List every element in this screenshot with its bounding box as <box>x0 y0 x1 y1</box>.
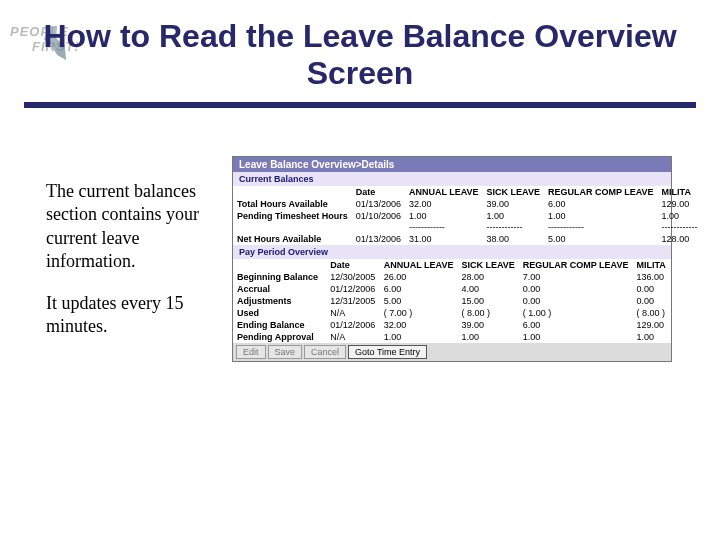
table-row: Used N/A ( 7.00 ) ( 8.00 ) ( 1.00 ) ( 8.… <box>233 307 671 319</box>
col-date: Date <box>352 186 405 198</box>
current-balances-table: Date ANNUAL LEAVE SICK LEAVE REGULAR COM… <box>233 186 702 245</box>
table-header-row: Date ANNUAL LEAVE SICK LEAVE REGULAR COM… <box>233 259 671 271</box>
current-balances-header: Current Balances <box>233 172 671 186</box>
table-row: Net Hours Available 01/13/2006 31.00 38.… <box>233 233 702 245</box>
cancel-button[interactable]: Cancel <box>304 345 346 359</box>
table-row: Pending Timesheet Hours 01/10/2006 1.00 … <box>233 210 702 222</box>
table-row: Pending Approval N/A 1.00 1.00 1.00 1.00 <box>233 331 671 343</box>
leave-balance-screenshot: Leave Balance Overview>Details Current B… <box>232 156 672 362</box>
description-p1: The current balances section contains yo… <box>46 180 206 274</box>
description-p2: It updates every 15 minutes. <box>46 292 206 339</box>
table-row: Ending Balance 01/12/2006 32.00 39.00 6.… <box>233 319 671 331</box>
col-sick: SICK LEAVE <box>483 186 544 198</box>
table-row: Total Hours Available 01/13/2006 32.00 3… <box>233 198 702 210</box>
pay-period-table: Date ANNUAL LEAVE SICK LEAVE REGULAR COM… <box>233 259 671 343</box>
table-row: Accrual 01/12/2006 6.00 4.00 0.00 0.00 <box>233 283 671 295</box>
button-bar: Edit Save Cancel Goto Time Entry <box>233 343 671 361</box>
col-blank <box>233 186 352 198</box>
window-titlebar: Leave Balance Overview>Details <box>233 157 671 172</box>
title-rule <box>24 102 696 108</box>
col-comp: REGULAR COMP LEAVE <box>544 186 658 198</box>
goto-time-entry-button[interactable]: Goto Time Entry <box>348 345 427 359</box>
col-milita: MILITA <box>658 186 702 198</box>
table-row: Beginning Balance 12/30/2005 26.00 28.00… <box>233 271 671 283</box>
pay-period-header: Pay Period Overview <box>233 245 671 259</box>
description: The current balances section contains yo… <box>46 180 206 356</box>
page-title: How to Read the Leave Balance Overview S… <box>0 18 720 92</box>
edit-button[interactable]: Edit <box>236 345 266 359</box>
table-header-row: Date ANNUAL LEAVE SICK LEAVE REGULAR COM… <box>233 186 702 198</box>
table-row: Adjustments 12/31/2005 5.00 15.00 0.00 0… <box>233 295 671 307</box>
col-annual: ANNUAL LEAVE <box>405 186 483 198</box>
separator-row: ------------ ------------ ------------ -… <box>233 222 702 233</box>
save-button[interactable]: Save <box>268 345 303 359</box>
